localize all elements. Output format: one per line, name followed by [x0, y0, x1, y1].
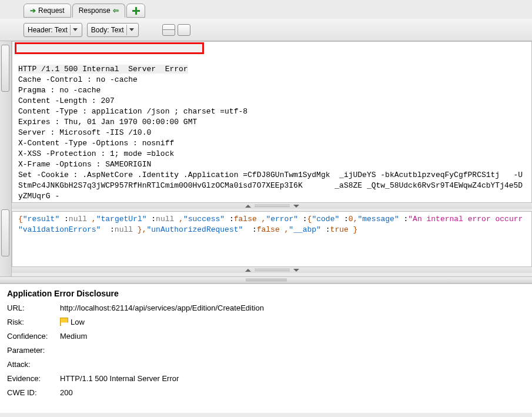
- url-label: URL:: [7, 302, 60, 315]
- header-format-dropdown[interactable]: Header: Text: [24, 23, 82, 37]
- toolbar: Header: Text Body: Text: [0, 19, 532, 41]
- chevron-up-icon: [245, 205, 251, 208]
- split-view-button[interactable]: [162, 24, 175, 36]
- flag-icon: [60, 318, 68, 326]
- risk-value: Low: [60, 316, 525, 329]
- chevron-down-icon: [293, 269, 299, 272]
- tab-request[interactable]: ➔ Request: [24, 4, 71, 18]
- header-line: Content -Type : application /json ; char…: [18, 107, 247, 116]
- header-line: StmPc4JNKGbH2S7q3jWCP957RfHnRTlCmim0O0Hv…: [18, 181, 523, 190]
- highlight-rectangle: [15, 42, 204, 54]
- chevron-down-icon: [293, 205, 299, 208]
- alert-details-panel: Application Error Disclosure URL: http:/…: [0, 283, 532, 413]
- header-line: X-Content -Type -Options : nosniff: [18, 139, 174, 148]
- arrow-left-icon: ⇦: [113, 6, 119, 15]
- header-line: Pragma : no -cache: [18, 86, 101, 95]
- header-line: X-XSS -Protection : 1; mode =block: [18, 149, 174, 158]
- tab-request-label: Request: [38, 6, 65, 15]
- detail-row-risk: Risk: Low: [7, 316, 525, 329]
- inner-splitter[interactable]: [12, 203, 532, 209]
- header-line: X-Frame -Options : SAMEORIGIN: [18, 160, 151, 169]
- grip-icon: [255, 205, 290, 207]
- alert-title: Application Error Disclosure: [7, 289, 525, 298]
- grip-icon: [246, 279, 287, 281]
- risk-label: Risk:: [7, 316, 60, 329]
- header-line: Server : Microsoft -IIS /10.0: [18, 128, 151, 137]
- tab-response[interactable]: Response ⇦: [72, 4, 125, 18]
- cwe-label: CWE ID:: [7, 386, 60, 399]
- detail-row-cwe: CWE ID: 200: [7, 386, 525, 399]
- arrow-right-icon: ➔: [30, 6, 36, 15]
- attack-label: Attack:: [7, 358, 60, 371]
- body-format-dropdown[interactable]: Body: Text: [87, 23, 139, 37]
- cwe-value: 200: [60, 386, 525, 399]
- body-format-label: Body: Text: [91, 26, 124, 34]
- view-mode-buttons: [162, 24, 190, 36]
- header-line: Cache -Control : no -cache: [18, 75, 138, 84]
- url-value: http://localhost:62114/api/services/app/…: [60, 302, 525, 315]
- vertical-tab[interactable]: [1, 45, 9, 92]
- response-panel: ➔ Request Response ⇦ Header: Text Body: …: [0, 0, 532, 276]
- response-body-text[interactable]: {"result" :null ,"targetUrl" :null ,"suc…: [12, 211, 532, 267]
- detail-row-evidence: Evidence: HTTP/1.1 500 Internal Server E…: [7, 372, 525, 385]
- plus-icon: [132, 6, 140, 15]
- grip-icon: [255, 269, 290, 271]
- left-gutter: [0, 41, 12, 276]
- header-line: yZMUqrG -: [18, 192, 59, 201]
- content-area: HTTP /1.1 500 Internal Server Error Cach…: [0, 41, 532, 276]
- single-view-button[interactable]: [178, 24, 190, 36]
- header-line: Content -Length : 207: [18, 96, 115, 105]
- panel-splitter[interactable]: [0, 276, 532, 283]
- detail-row-attack: Attack:: [7, 358, 525, 371]
- response-headers-text[interactable]: HTTP /1.1 500 Internal Server Error Cach…: [12, 41, 532, 203]
- header-line: xEKBbWxnKan1YX5O4iUAMqz2Pxg8sOGwXaSAbM96…: [18, 202, 514, 203]
- header-line: Set -Cookie : .AspNetCore .Identity .App…: [18, 171, 523, 179]
- chevron-up-icon: [245, 269, 251, 272]
- chevron-down-icon: [70, 25, 81, 35]
- evidence-value: HTTP/1.1 500 Internal Server Error: [60, 372, 525, 385]
- chevron-down-icon: [126, 25, 137, 35]
- confidence-label: Confidence:: [7, 330, 60, 343]
- vertical-tab[interactable]: [1, 209, 9, 256]
- detail-row-url: URL: http://localhost:62114/api/services…: [7, 302, 525, 315]
- detail-row-parameter: Parameter:: [7, 344, 525, 357]
- inner-splitter-bottom[interactable]: [12, 267, 532, 273]
- confidence-value: Medium: [60, 330, 525, 343]
- tab-response-label: Response: [79, 6, 111, 15]
- parameter-label: Parameter:: [7, 344, 60, 357]
- status-line: HTTP /1.1 500 Internal Server Error: [18, 65, 188, 74]
- detail-row-confidence: Confidence: Medium: [7, 330, 525, 343]
- evidence-label: Evidence:: [7, 372, 60, 385]
- tab-add[interactable]: [126, 4, 145, 18]
- header-line: Expires : Thu, 01 Jan 1970 00:00:00 GMT: [18, 118, 197, 126]
- tab-row: ➔ Request Response ⇦: [0, 0, 532, 19]
- header-format-label: Header: Text: [28, 26, 68, 34]
